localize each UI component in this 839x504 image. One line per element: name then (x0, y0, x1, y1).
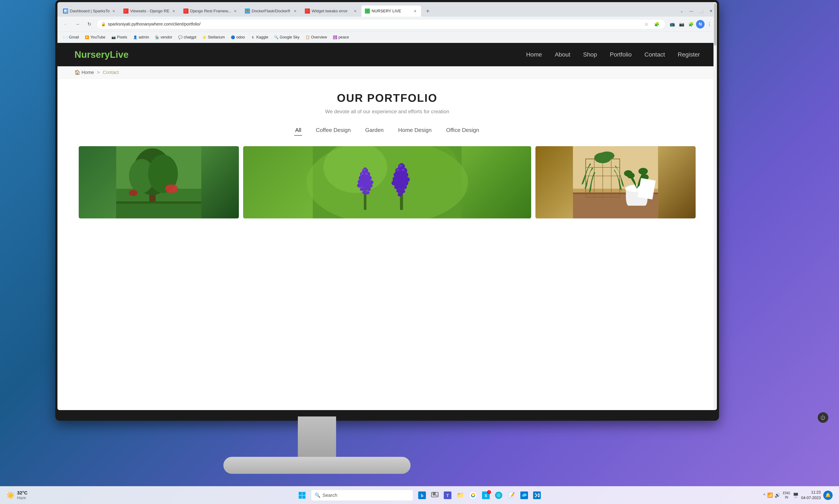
filter-coffee[interactable]: Coffee Design (315, 125, 352, 136)
bookmark-google-sky[interactable]: 🔍 Google Sky (272, 34, 302, 41)
taskbar-app-skype[interactable]: S 2 (480, 490, 492, 501)
tab-bar: 📊 Dashboard | SparksTo ✕ 🔴 Viewsets - Dj… (57, 2, 717, 17)
nav-link-home[interactable]: Home (526, 51, 542, 58)
bookmark-chatgpt[interactable]: 💬 chatgpt (176, 34, 199, 41)
svg-rect-81 (299, 492, 302, 495)
profile-avatar[interactable]: N (696, 20, 705, 29)
bookmark-kaggle-label: Kaggle (256, 35, 268, 39)
taskbar-center: 🔍 Search b T 📁 (91, 490, 748, 501)
tab-title-dashboard: Dashboard | SparksTo (70, 9, 110, 13)
extension-button[interactable]: 🧩 (652, 20, 661, 29)
svg-point-61 (401, 169, 405, 171)
bookmark-stellarium[interactable]: ⭐ Stellarium (200, 34, 227, 41)
bookmark-vendor[interactable]: 🏪 vendor (153, 34, 175, 41)
svg-rect-89 (435, 494, 438, 498)
tab-docker[interactable]: 🐙 DockerFlask/Dockerfl ✕ (241, 5, 301, 17)
tab-overflow-button[interactable]: ⌄ (678, 7, 685, 15)
address-bar-actions: ☆ 🧩 (642, 20, 661, 29)
new-tab-button[interactable]: + (422, 5, 433, 17)
notification-button[interactable]: 🔔 (823, 491, 833, 500)
filter-office[interactable]: Office Design (445, 125, 480, 136)
tab-close-widget[interactable]: ✕ (353, 9, 358, 13)
logo-nursery: Nursery (74, 49, 110, 60)
bookmark-kaggle[interactable]: k Kaggle (248, 34, 271, 41)
filter-all[interactable]: All (294, 125, 302, 136)
breadcrumb: 🏠 Home > Contact (57, 66, 717, 79)
svg-point-8 (129, 190, 137, 196)
bookmark-overview[interactable]: 📋 Overview (303, 34, 329, 41)
portfolio-card-tree[interactable] (79, 146, 239, 218)
bookmark-vendor-label: vendor (160, 35, 172, 39)
tray-network-icon[interactable]: 📶 (767, 492, 773, 498)
bookmark-star-button[interactable]: ☆ (642, 20, 651, 29)
bookmark-pixels[interactable]: 📷 Pixels (109, 34, 130, 41)
vendor-icon: 🏪 (155, 35, 159, 39)
scrollbar-thumb[interactable] (714, 43, 717, 46)
tab-close-django[interactable]: ✕ (233, 9, 238, 13)
svg-point-21 (366, 176, 372, 180)
svg-point-60 (396, 169, 399, 171)
forward-button[interactable]: → (73, 20, 82, 29)
tab-close-dashboard[interactable]: ✕ (112, 9, 116, 13)
bookmark-gmail[interactable]: ✉️ Gmail (61, 34, 82, 41)
taskbar-app-files[interactable]: 📁 (455, 490, 466, 501)
language-indicator[interactable]: ENG IN (783, 491, 790, 499)
tab-title-django: Django Rest Framew... (190, 9, 231, 13)
tray-speaker-icon[interactable]: 🔊 (774, 492, 780, 498)
back-button[interactable]: ← (61, 20, 70, 29)
tab-widget[interactable]: 🔴 Widget tweaks error ✕ (302, 5, 361, 17)
screenshot-button[interactable]: 📷 (677, 20, 686, 29)
nav-link-portfolio[interactable]: Portfolio (610, 51, 632, 58)
svg-point-59 (399, 164, 402, 167)
bookmark-youtube[interactable]: ▶️ YouTube (82, 34, 108, 41)
taskbar-app-chrome[interactable] (467, 490, 479, 501)
tab-controls: ⌄ — ⬜ ✕ (678, 7, 715, 17)
screen-icon[interactable]: 🖥️ (793, 492, 799, 498)
tab-django[interactable]: 🔴 Django Rest Framew... ✕ (180, 5, 241, 17)
extensions-button[interactable]: 🧩 (687, 20, 695, 29)
clock-display[interactable]: 11:23 04-07-2023 (801, 490, 821, 500)
tab-dashboard[interactable]: 📊 Dashboard | SparksTo ✕ (59, 5, 120, 17)
taskbar-app-circle[interactable] (493, 490, 504, 501)
svg-text:b: b (421, 493, 423, 498)
reload-button[interactable]: ↻ (85, 20, 94, 29)
nav-link-contact[interactable]: Contact (644, 51, 665, 58)
tab-nursery[interactable]: 🌿 NURSERY LIVE ✕ (361, 5, 421, 17)
taskbar-app-msedge[interactable] (519, 490, 530, 501)
taskbar-app-vscode[interactable] (531, 490, 543, 501)
bookmark-admin[interactable]: 👤 admin (131, 34, 152, 41)
filter-home-design[interactable]: Home Design (397, 125, 432, 136)
svg-point-35 (363, 169, 365, 171)
taskbar-app-notes[interactable]: 📝 (506, 490, 517, 501)
nav-link-shop[interactable]: Shop (583, 51, 597, 58)
tab-close-docker[interactable]: ✕ (293, 9, 297, 13)
filter-garden[interactable]: Garden (364, 125, 384, 136)
portfolio-section: OUR PORTFOLIO We devote all of our exper… (57, 79, 717, 227)
taskbar-app-teams[interactable]: T (442, 490, 453, 501)
maximize-button[interactable]: ⬜ (697, 7, 705, 15)
tab-close-nursery[interactable]: ✕ (413, 9, 417, 13)
nav-link-register[interactable]: Register (678, 51, 700, 58)
address-bar[interactable]: 🔒 sparksniyati.pythonanywhere.com/client… (97, 19, 665, 29)
tab-title-docker: DockerFlask/Dockerfl (252, 9, 291, 13)
taskbar-app-bing[interactable]: b (416, 490, 428, 501)
taskbar: ☀️ 32°C Haze 🔍 Search b (0, 486, 839, 504)
portfolio-card-indoor[interactable] (535, 146, 696, 218)
minimize-button[interactable]: — (687, 7, 695, 15)
nav-link-about[interactable]: About (555, 51, 570, 58)
tab-viewsets[interactable]: 🔴 Viewsets - Django RE ✕ (120, 5, 179, 17)
cast-button[interactable]: 📺 (668, 20, 677, 29)
svg-rect-83 (299, 496, 302, 499)
tab-close-viewsets[interactable]: ✕ (171, 9, 176, 13)
chrome-menu-button[interactable]: ⋮ (705, 21, 714, 28)
breadcrumb-home[interactable]: 🏠 Home (74, 70, 94, 75)
power-button[interactable]: ⏻ (818, 412, 828, 423)
tray-chevron-icon[interactable]: ^ (763, 492, 765, 498)
bookmark-peace[interactable]: ☮️ peace (330, 34, 352, 41)
weather-widget: ☀️ 32°C Haze (6, 490, 28, 500)
portfolio-card-flowers[interactable] (243, 146, 531, 218)
taskbar-app-virtual-desktop[interactable] (429, 490, 440, 501)
taskbar-search-box[interactable]: 🔍 Search (311, 490, 413, 501)
bookmark-odoo[interactable]: 🔵 odoo (228, 34, 247, 41)
windows-start-button[interactable] (296, 490, 308, 501)
